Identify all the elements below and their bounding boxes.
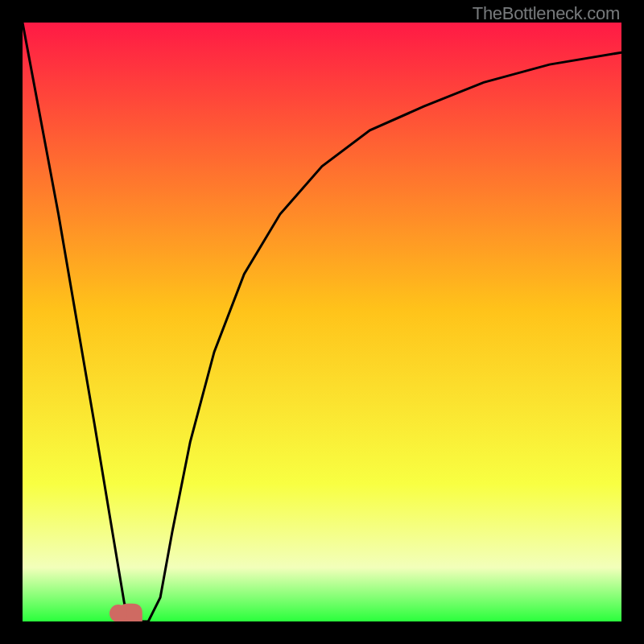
- optimal-dot: [109, 605, 127, 621]
- chart-svg: [23, 23, 621, 621]
- watermark-text: TheBottleneck.com: [473, 3, 620, 24]
- outer-frame: TheBottleneck.com: [0, 0, 644, 644]
- chart-plot-area: [23, 23, 621, 621]
- optimal-marker: [109, 604, 142, 621]
